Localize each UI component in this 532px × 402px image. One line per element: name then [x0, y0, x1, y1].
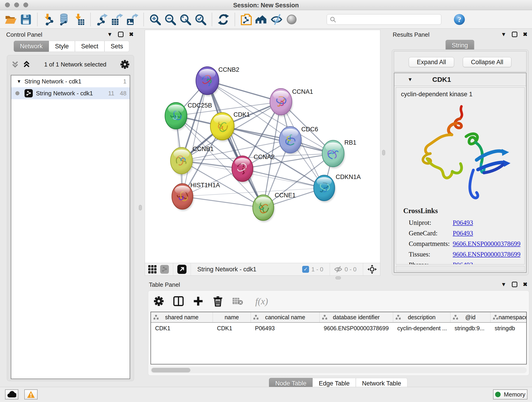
- column-header-shared-name[interactable]: shared name: [151, 312, 213, 322]
- collapse-all-button[interactable]: Collapse All: [463, 57, 511, 67]
- crosslink-value-link[interactable]: 9606.ENSP00000378699: [453, 240, 520, 248]
- tab-string[interactable]: String: [446, 40, 474, 51]
- import-network-database-button[interactable]: [56, 12, 71, 27]
- crosslink-value-link[interactable]: 9606.ENSP00000378699: [453, 250, 520, 258]
- collapse-all-icon[interactable]: [11, 61, 19, 68]
- detach-view-icon[interactable]: [177, 265, 186, 274]
- right-splitter-grip[interactable]: [382, 150, 385, 155]
- table-hscrollbar-thumb[interactable]: [152, 368, 190, 372]
- expand-all-icon[interactable]: [23, 61, 31, 68]
- gene-section-header[interactable]: ▼ CDK1: [394, 73, 526, 86]
- float-panel-icon[interactable]: [512, 32, 517, 37]
- float-panel-icon[interactable]: [512, 282, 517, 287]
- import-network-file-button[interactable]: [41, 12, 56, 27]
- section-caret-icon[interactable]: ▼: [408, 77, 413, 83]
- control-panel-tabs: Network Style Select Sets: [14, 41, 129, 52]
- open-folder-icon: [5, 14, 17, 25]
- panel-menu-icon[interactable]: ▼: [501, 282, 506, 287]
- network-collection-row[interactable]: ▼ String Network - cdk1 1: [11, 75, 130, 87]
- crosslink-value-link[interactable]: P06493: [453, 230, 473, 237]
- column-header-@id[interactable]: @id: [450, 312, 491, 322]
- table-cell[interactable]: stringdb: [491, 323, 527, 334]
- export-network-button[interactable]: [94, 12, 109, 27]
- hide-graphics-details-button[interactable]: [269, 12, 284, 27]
- table-cell[interactable]: stringdb:9...: [450, 323, 491, 334]
- table-cell[interactable]: P06493: [251, 323, 320, 334]
- export-image-button[interactable]: [125, 12, 140, 27]
- save-session-button[interactable]: [18, 12, 33, 27]
- table-row[interactable]: CDK1CDK1P064939606.ENSP00000378699cyclin…: [151, 323, 526, 334]
- close-panel-icon[interactable]: ✖: [523, 282, 527, 287]
- eye-button[interactable]: [284, 12, 299, 27]
- new-network-from-selection-button[interactable]: [239, 12, 254, 27]
- close-panel-icon[interactable]: ✖: [129, 32, 133, 37]
- close-panel-icon[interactable]: ✖: [523, 32, 527, 37]
- column-header-description[interactable]: description: [393, 312, 450, 322]
- gear-icon[interactable]: [120, 60, 130, 69]
- tab-style[interactable]: Style: [49, 41, 75, 52]
- table-cell[interactable]: CDK1: [151, 323, 213, 334]
- search-input[interactable]: [336, 16, 438, 23]
- tab-select[interactable]: Select: [75, 41, 104, 52]
- delete-table-button-disabled[interactable]: [232, 295, 244, 307]
- zoom-out-button[interactable]: [163, 12, 178, 27]
- houses-icon: [255, 14, 268, 25]
- crosslink-label: Uniprot:: [409, 219, 453, 226]
- table-cell[interactable]: cyclin-dependent ...: [393, 323, 450, 334]
- results-hscrollbar[interactable]: [396, 266, 525, 271]
- network-canvas[interactable]: CCNB2CCNA1CDC25BCDK1CDC6RB1CCNB1CCNA2CDK…: [145, 30, 380, 263]
- column-header-namespace[interactable]: namespace: [491, 312, 527, 322]
- network-node-CCNE1[interactable]: [253, 195, 275, 222]
- export-table-button[interactable]: [109, 12, 125, 27]
- zoom-selected-button[interactable]: [193, 12, 208, 27]
- network-node-CDC6[interactable]: [279, 127, 302, 155]
- network-edge[interactable]: [242, 169, 324, 188]
- network-node-CCNA2[interactable]: [232, 156, 254, 183]
- open-session-button[interactable]: [3, 12, 18, 27]
- column-header-database-identifier[interactable]: database identifier: [320, 312, 393, 322]
- network-node-RB1[interactable]: [322, 140, 345, 168]
- tab-network[interactable]: Network: [14, 41, 49, 52]
- expand-all-button[interactable]: Expand All: [409, 57, 454, 67]
- table-cell[interactable]: 9606.ENSP00000378699: [320, 323, 393, 334]
- network-edge[interactable]: [182, 196, 263, 208]
- zoom-fit-button[interactable]: [178, 12, 193, 27]
- crosslink-value-link[interactable]: P06493: [453, 219, 473, 226]
- crosslink-value-link[interactable]: P06493: [453, 261, 473, 265]
- left-splitter-grip[interactable]: [139, 205, 142, 211]
- cloud-status-button[interactable]: [5, 389, 18, 400]
- memory-button[interactable]: Memory: [493, 389, 527, 400]
- network-node-CCNB1[interactable]: [171, 147, 193, 176]
- table-cell[interactable]: CDK1: [213, 323, 251, 334]
- houses-button[interactable]: [254, 12, 269, 27]
- collection-caret-icon[interactable]: ▼: [17, 79, 21, 84]
- selected-items-checkbox[interactable]: ✓: [302, 266, 309, 273]
- network-edge[interactable]: [182, 81, 207, 196]
- network-row-selected[interactable]: String Network - cdk1 11 48: [11, 87, 130, 99]
- network-node-CDK1[interactable]: [210, 113, 235, 142]
- network-node-CCNA1[interactable]: [270, 89, 293, 117]
- network-node-CDKN1A[interactable]: [314, 175, 336, 202]
- tab-sets[interactable]: Sets: [104, 41, 129, 52]
- import-table-file-button[interactable]: [71, 12, 87, 27]
- function-builder-button-disabled[interactable]: f(x): [251, 295, 272, 307]
- birds-eye-view-icon[interactable]: [367, 264, 377, 274]
- column-header-name[interactable]: name: [213, 312, 251, 322]
- table-settings-button[interactable]: [153, 295, 165, 307]
- warnings-button[interactable]: [24, 389, 38, 400]
- float-panel-icon[interactable]: [118, 32, 123, 37]
- network-view[interactable]: CCNB2CCNA1CDC25BCDK1CDC6RB1CCNB1CCNA2CDK…: [145, 30, 380, 276]
- network-badge-icon[interactable]: [160, 265, 169, 274]
- delete-columns-button[interactable]: [212, 295, 224, 307]
- column-header-canonical-name[interactable]: canonical name: [251, 312, 320, 322]
- apply-preferred-layout-button[interactable]: [216, 12, 231, 27]
- show-columns-button[interactable]: [172, 295, 184, 307]
- zoom-in-button[interactable]: [147, 12, 163, 27]
- show-grid-icon[interactable]: [148, 265, 157, 274]
- create-column-button[interactable]: [192, 295, 204, 307]
- bottom-splitter-grip[interactable]: [336, 276, 341, 279]
- help-button[interactable]: ?: [452, 12, 467, 27]
- panel-menu-icon[interactable]: ▼: [501, 32, 506, 37]
- network-node-CCNB2[interactable]: [196, 67, 220, 96]
- panel-menu-icon[interactable]: ▼: [107, 32, 113, 37]
